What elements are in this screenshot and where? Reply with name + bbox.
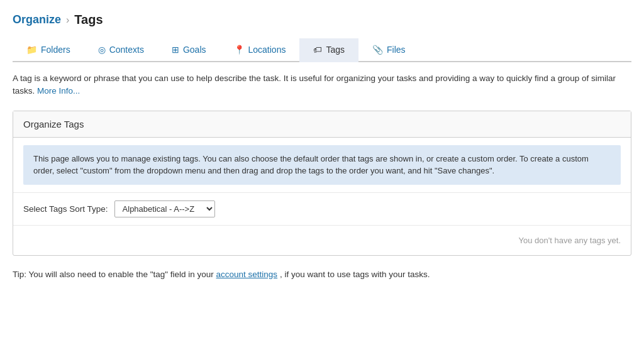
breadcrumb-organize-link[interactable]: Organize	[13, 13, 61, 26]
organize-tags-box: Organize Tags This page allows you to ma…	[13, 111, 631, 256]
tip-text: Tip: You will also need to enable the "t…	[13, 268, 631, 281]
tab-contexts-label: Contexts	[109, 45, 144, 55]
account-settings-link[interactable]: account settings	[216, 270, 278, 279]
tab-goals[interactable]: ⊞ Goals	[158, 38, 220, 62]
more-info-link[interactable]: More Info...	[37, 86, 80, 96]
breadcrumb: Organize › Tags	[13, 13, 631, 27]
sort-label: Select Tags Sort Type:	[23, 204, 108, 214]
tab-contexts[interactable]: ◎ Contexts	[84, 38, 158, 62]
sort-type-select[interactable]: Alphabetical - A-->Z Alphabetical - Z-->…	[114, 200, 215, 217]
description-text: A tag is a keyword or phrase that you ca…	[13, 72, 631, 98]
breadcrumb-chevron-icon: ›	[66, 14, 69, 26]
tab-locations[interactable]: 📍 Locations	[220, 38, 300, 62]
folders-icon: 📁	[26, 45, 37, 55]
sort-section: Select Tags Sort Type: Alphabetical - A-…	[13, 192, 631, 225]
goals-icon: ⊞	[172, 45, 179, 55]
organize-box-info: This page allows you to manage existing …	[23, 145, 621, 185]
files-icon: 📎	[372, 45, 383, 55]
tab-files[interactable]: 📎 Files	[358, 38, 419, 62]
tab-folders[interactable]: 📁 Folders	[13, 38, 84, 62]
tab-files-label: Files	[387, 45, 406, 55]
no-tags-message: You don't have any tags yet.	[13, 225, 631, 255]
tab-tags[interactable]: 🏷 Tags	[299, 38, 358, 62]
organize-box-header: Organize Tags	[13, 111, 631, 138]
tab-tags-label: Tags	[326, 45, 345, 55]
locations-icon: 📍	[234, 45, 245, 55]
tab-goals-label: Goals	[183, 45, 206, 55]
tab-folders-label: Folders	[41, 45, 70, 55]
tabs-bar: 📁 Folders ◎ Contexts ⊞ Goals 📍 Locations…	[13, 38, 631, 62]
tab-locations-label: Locations	[248, 45, 286, 55]
tags-icon: 🏷	[313, 45, 322, 55]
contexts-icon: ◎	[98, 45, 106, 55]
breadcrumb-current: Tags	[74, 13, 103, 27]
